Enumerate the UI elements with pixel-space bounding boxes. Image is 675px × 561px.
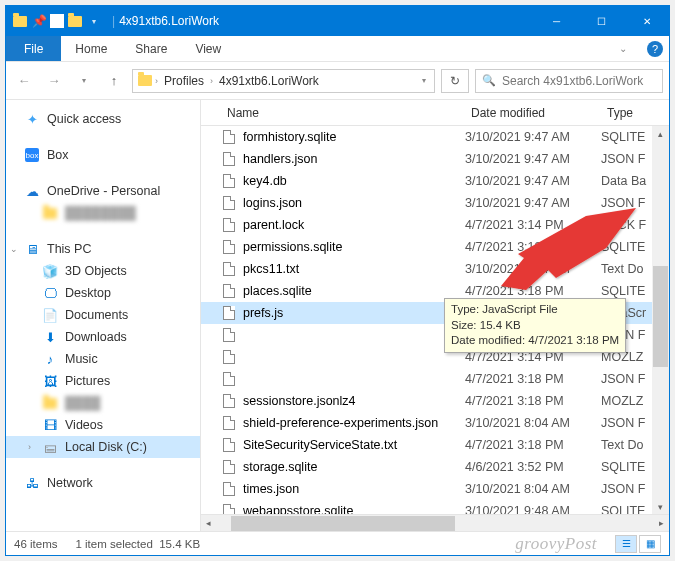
address-dropdown-icon[interactable]: ▾ bbox=[422, 76, 426, 85]
view-toggle: ☰ ▦ bbox=[615, 535, 661, 553]
file-name: shield-preference-experiments.json bbox=[243, 416, 438, 430]
file-row[interactable]: webappsstore.sqlite3/10/2021 9:48 AMSQLI… bbox=[201, 500, 669, 514]
file-tab[interactable]: File bbox=[6, 36, 61, 61]
sidebar-item-documents[interactable]: 📄Documents bbox=[6, 304, 200, 326]
file-row[interactable]: times.json3/10/2021 8:04 AMJSON F bbox=[201, 478, 669, 500]
sidebar-item-pictures[interactable]: 🖼Pictures bbox=[6, 370, 200, 392]
file-row[interactable]: key4.db3/10/2021 9:47 AMData Ba bbox=[201, 170, 669, 192]
file-row[interactable]: 4/7/2021 3:18 PMJSON F bbox=[201, 368, 669, 390]
cube-icon: 🧊 bbox=[42, 263, 58, 279]
expand-ribbon-icon[interactable]: ⌄ bbox=[605, 36, 641, 61]
file-name: webappsstore.sqlite bbox=[243, 504, 353, 514]
column-type[interactable]: Type bbox=[601, 106, 669, 120]
sidebar-item-downloads[interactable]: ⬇Downloads bbox=[6, 326, 200, 348]
checkbox-icon[interactable]: ✔ bbox=[50, 14, 64, 28]
ribbon-tabs: File Home Share View ⌄ ? bbox=[6, 36, 669, 62]
file-icon bbox=[221, 459, 237, 475]
file-date: 4/7/2021 3:18 PM bbox=[465, 372, 601, 386]
file-row[interactable]: storage.sqlite4/6/2021 3:52 PMSQLITE bbox=[201, 456, 669, 478]
close-button[interactable]: ✕ bbox=[624, 6, 669, 36]
file-name: logins.json bbox=[243, 196, 302, 210]
file-name: SiteSecurityServiceState.txt bbox=[243, 438, 397, 452]
file-date: 4/6/2021 3:52 PM bbox=[465, 460, 601, 474]
forward-button[interactable]: → bbox=[42, 69, 66, 93]
file-name: handlers.json bbox=[243, 152, 317, 166]
help-button[interactable]: ? bbox=[641, 36, 669, 61]
share-tab[interactable]: Share bbox=[121, 36, 181, 61]
sidebar-item-music[interactable]: ♪Music bbox=[6, 348, 200, 370]
back-button[interactable]: ← bbox=[12, 69, 36, 93]
scroll-thumb[interactable] bbox=[231, 516, 455, 531]
titlebar[interactable]: 📌 ✔ ▾ | 4x91xtb6.LoriWork ─ ☐ ✕ bbox=[6, 6, 669, 36]
scroll-up-button[interactable]: ▴ bbox=[652, 126, 669, 141]
file-row[interactable]: sessionstore.jsonlz44/7/2021 3:18 PMMOZL… bbox=[201, 390, 669, 412]
chevron-right-icon[interactable]: › bbox=[155, 76, 158, 86]
scroll-down-button[interactable]: ▾ bbox=[652, 499, 669, 514]
status-selection: 1 item selected 15.4 KB bbox=[75, 538, 200, 550]
pin-icon[interactable]: 📌 bbox=[31, 13, 47, 29]
address-bar[interactable]: › Profiles › 4x91xtb6.LoriWork ▾ bbox=[132, 69, 435, 93]
sidebar-item-desktop[interactable]: 🖵Desktop bbox=[6, 282, 200, 304]
file-row[interactable]: pkcs11.txt3/10/2021 8:04 AMText Do bbox=[201, 258, 669, 280]
file-date: 3/10/2021 8:04 AM bbox=[465, 416, 601, 430]
file-icon bbox=[221, 437, 237, 453]
file-row[interactable]: handlers.json3/10/2021 9:47 AMJSON F bbox=[201, 148, 669, 170]
sidebar-item-local-disk[interactable]: ›🖴Local Disk (C:) bbox=[6, 436, 200, 458]
chevron-right-icon[interactable]: › bbox=[210, 76, 213, 86]
file-icon bbox=[221, 129, 237, 145]
sidebar-item-3d-objects[interactable]: 🧊3D Objects bbox=[6, 260, 200, 282]
column-name[interactable]: Name bbox=[221, 106, 465, 120]
file-name: sessionstore.jsonlz4 bbox=[243, 394, 356, 408]
file-row[interactable]: parent.lock4/7/2021 3:14 PMLOCK F bbox=[201, 214, 669, 236]
file-icon bbox=[221, 195, 237, 211]
file-date: 3/10/2021 9:48 AM bbox=[465, 504, 601, 514]
file-tooltip: Type: JavaScript File Size: 15.4 KB Date… bbox=[444, 298, 626, 353]
search-input[interactable]: 🔍 Search 4x91xtb6.LoriWork bbox=[475, 69, 663, 93]
file-row[interactable]: permissions.sqlite4/7/2021 3:18 PMSQLITE bbox=[201, 236, 669, 258]
sidebar-network[interactable]: 🖧 Network bbox=[6, 472, 200, 494]
scroll-left-button[interactable]: ◂ bbox=[201, 516, 216, 531]
file-date: 4/7/2021 3:18 PM bbox=[465, 438, 601, 452]
file-row[interactable]: SiteSecurityServiceState.txt4/7/2021 3:1… bbox=[201, 434, 669, 456]
folder-icon bbox=[42, 205, 58, 221]
home-tab[interactable]: Home bbox=[61, 36, 121, 61]
details-view-button[interactable]: ☰ bbox=[615, 535, 637, 553]
vertical-scrollbar[interactable]: ▴ ▾ bbox=[652, 126, 669, 514]
file-row[interactable]: logins.json3/10/2021 9:47 AMJSON F bbox=[201, 192, 669, 214]
horizontal-scrollbar[interactable]: ◂ ▸ bbox=[201, 514, 669, 531]
history-dropdown-icon[interactable]: ▾ bbox=[72, 69, 96, 93]
folder-icon bbox=[42, 395, 58, 411]
navigation-pane[interactable]: ✦ Quick access box Box ☁ OneDrive - Pers… bbox=[6, 100, 201, 531]
qat-dropdown-icon[interactable]: ▾ bbox=[86, 13, 102, 29]
breadcrumb-profiles[interactable]: Profiles bbox=[160, 74, 208, 88]
file-icon bbox=[221, 239, 237, 255]
sidebar-this-pc[interactable]: ⌄ 🖥 This PC bbox=[6, 238, 200, 260]
file-row[interactable]: formhistory.sqlite3/10/2021 9:47 AMSQLIT… bbox=[201, 126, 669, 148]
file-name: prefs.js bbox=[243, 306, 283, 320]
sidebar-item-videos[interactable]: 🎞Videos bbox=[6, 414, 200, 436]
thumbnails-view-button[interactable]: ▦ bbox=[639, 535, 661, 553]
sidebar-onedrive[interactable]: ☁ OneDrive - Personal bbox=[6, 180, 200, 202]
maximize-button[interactable]: ☐ bbox=[579, 6, 624, 36]
column-headers[interactable]: Name Date modified Type bbox=[201, 100, 669, 126]
chevron-down-icon[interactable]: ⌄ bbox=[10, 244, 20, 254]
scroll-right-button[interactable]: ▸ bbox=[654, 516, 669, 531]
minimize-button[interactable]: ─ bbox=[534, 6, 579, 36]
file-date: 3/10/2021 8:04 AM bbox=[465, 482, 601, 496]
breadcrumb-current[interactable]: 4x91xtb6.LoriWork bbox=[215, 74, 323, 88]
sidebar-item-blurred[interactable]: ████ bbox=[6, 392, 200, 414]
file-icon bbox=[221, 415, 237, 431]
view-tab[interactable]: View bbox=[181, 36, 235, 61]
column-date[interactable]: Date modified bbox=[465, 106, 601, 120]
sidebar-box[interactable]: box Box bbox=[6, 144, 200, 166]
sidebar-quick-access[interactable]: ✦ Quick access bbox=[6, 108, 200, 130]
title-separator: | bbox=[108, 14, 119, 28]
scroll-thumb[interactable] bbox=[653, 266, 668, 366]
refresh-button[interactable]: ↻ bbox=[441, 69, 469, 93]
up-button[interactable]: ↑ bbox=[102, 69, 126, 93]
file-row[interactable]: shield-preference-experiments.json3/10/2… bbox=[201, 412, 669, 434]
sidebar-onedrive-child[interactable]: ████████ bbox=[6, 202, 200, 224]
file-icon bbox=[221, 349, 237, 365]
search-icon: 🔍 bbox=[482, 74, 496, 87]
chevron-right-icon[interactable]: › bbox=[28, 442, 38, 452]
